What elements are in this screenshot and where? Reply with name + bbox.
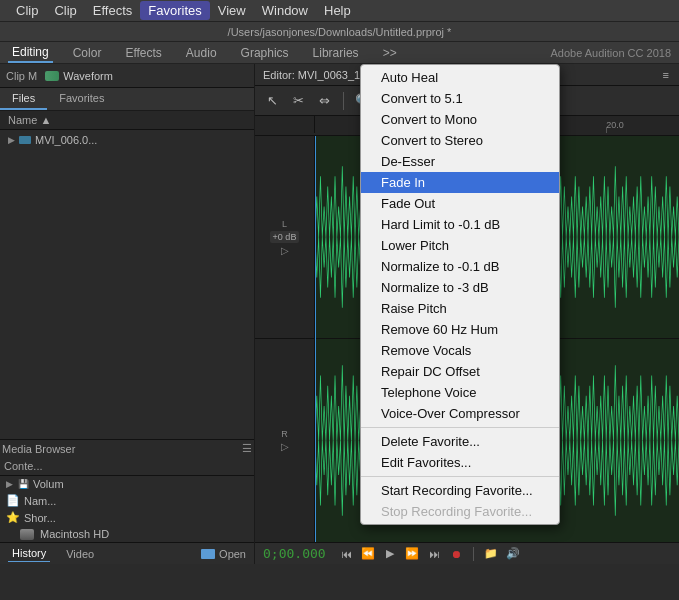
transport-bar: 0;00.000 ⏮ ⏪ ▶ ⏩ ⏭ ⏺ 📁 🔊 [255, 542, 679, 564]
tool-razor[interactable]: ✂ [287, 90, 309, 112]
menu-item-hard-limit[interactable]: Hard Limit to -0.1 dB [361, 214, 559, 235]
transport-export[interactable]: 📁 [482, 545, 500, 563]
menu-item-fade-in[interactable]: Fade In [361, 172, 559, 193]
menubar: Clip Clip Effects Favorites View Window … [0, 0, 679, 22]
hd-icon [20, 529, 34, 540]
track-label-2: R [281, 429, 288, 439]
right-panel: Editor: MVI_0063_1 Audio Extracted.wav ≡… [255, 64, 679, 564]
menu-item-convert-mono[interactable]: Convert to Mono [361, 109, 559, 130]
tick-20 [606, 127, 607, 133]
tab-video[interactable]: Video [62, 546, 98, 562]
panel-row-shortcuts[interactable]: ⭐ Shor... [0, 509, 254, 526]
volume-icon: 💾 [17, 479, 29, 489]
tab-libraries[interactable]: Libraries [309, 44, 363, 62]
panel-tabs: Files Favorites [0, 88, 254, 111]
playhead[interactable] [315, 136, 316, 542]
app-branding: Adobe Audition CC 2018 [551, 47, 671, 59]
menu-item-remove-60hz[interactable]: Remove 60 Hz Hum [361, 319, 559, 340]
file-name: MVI_006.0... [35, 134, 97, 146]
list-item[interactable]: ▶ MVI_006.0... [0, 132, 254, 148]
transport-play[interactable]: ▶ [381, 545, 399, 563]
transport-rewind[interactable]: ⏪ [359, 545, 377, 563]
transport-to-end[interactable]: ⏭ [425, 545, 443, 563]
tool-select[interactable]: ↖ [261, 90, 283, 112]
open-icon [201, 549, 215, 559]
menu-item-delete-fav[interactable]: Delete Favorite... [361, 431, 559, 452]
media-browser-menu-icon[interactable]: ☰ [242, 442, 252, 455]
track-controls-2: R ▷ [255, 339, 315, 542]
menu-item-repair-dc[interactable]: Repair DC Offset [361, 361, 559, 382]
transport-to-start[interactable]: ⏮ [337, 545, 355, 563]
tab-favorites-panel[interactable]: Favorites [47, 88, 116, 110]
name-column-header: Name ▲ [8, 114, 51, 126]
tool-slip[interactable]: ⇔ [313, 90, 335, 112]
track-controls-1: L +0 dB ▷ [255, 136, 315, 338]
left-panel: Clip M Waveform Files Favorites Name ▲ ▶… [0, 64, 255, 564]
waveform-icon [45, 71, 59, 81]
main-layout: Clip M Waveform Files Favorites Name ▲ ▶… [0, 64, 679, 564]
menu-item-convert-stereo[interactable]: Convert to Stereo [361, 130, 559, 151]
ruler-mark-20: 20.0 [606, 120, 624, 130]
panel-row-name[interactable]: 📄 Nam... [0, 492, 254, 509]
menu-separator-1 [361, 427, 559, 428]
menu-clip[interactable]: Clip [8, 1, 46, 20]
menu-effects[interactable]: Effects [85, 1, 141, 20]
menu-favorites[interactable]: Favorites [140, 1, 209, 20]
menu-item-de-esser[interactable]: De-Esser [361, 151, 559, 172]
transport-record[interactable]: ⏺ [447, 545, 465, 563]
tab-effects[interactable]: Effects [121, 44, 165, 62]
audio-file-icon [19, 136, 31, 144]
menu-item-raise-pitch[interactable]: Raise Pitch [361, 298, 559, 319]
media-browser-label: Media Browser [2, 443, 75, 455]
db-label-1[interactable]: +0 dB [270, 231, 300, 243]
shortcuts-row-label: Shor... [24, 512, 56, 524]
name-row-label: Nam... [24, 495, 56, 507]
menu-item-voiceover[interactable]: Voice-Over Compressor [361, 403, 559, 424]
workspace-tabs: Editing Color Effects Audio Graphics Lib… [0, 42, 679, 64]
contents-label: Conte... [4, 460, 43, 472]
waveform-label: Waveform [63, 70, 113, 82]
menu-window[interactable]: Window [254, 1, 316, 20]
menu-clip2[interactable]: Clip [46, 1, 84, 20]
history-bar: History Video Open [0, 542, 254, 564]
file-path: /Users/jasonjones/Downloads/Untitled.prp… [228, 26, 452, 38]
tab-editing[interactable]: Editing [8, 43, 53, 63]
transport-volume[interactable]: 🔊 [504, 545, 522, 563]
menu-item-lower-pitch[interactable]: Lower Pitch [361, 235, 559, 256]
tab-color[interactable]: Color [69, 44, 106, 62]
file-list: ▶ MVI_006.0... [0, 130, 254, 150]
open-label[interactable]: Open [219, 548, 246, 560]
track-label-1: L [282, 219, 287, 229]
menu-item-telephone[interactable]: Telephone Voice [361, 382, 559, 403]
row-arrow-icon: ▶ [6, 479, 13, 489]
menu-item-auto-heal[interactable]: Auto Heal [361, 67, 559, 88]
tab-more[interactable]: >> [379, 44, 401, 62]
menu-item-convert-51[interactable]: Convert to 5.1 [361, 88, 559, 109]
tab-audio[interactable]: Audio [182, 44, 221, 62]
menu-item-edit-fav[interactable]: Edit Favorites... [361, 452, 559, 473]
hd-label: Macintosh HD [40, 528, 109, 540]
menu-help[interactable]: Help [316, 1, 359, 20]
tab-graphics[interactable]: Graphics [237, 44, 293, 62]
menu-item-fade-out[interactable]: Fade Out [361, 193, 559, 214]
menu-item-normalize-3[interactable]: Normalize to -3 dB [361, 277, 559, 298]
media-browser-header: Media Browser ☰ [0, 440, 254, 457]
favorites-dropdown: Auto Heal Convert to 5.1 Convert to Mono… [360, 64, 560, 525]
menu-item-normalize-01[interactable]: Normalize to -0.1 dB [361, 256, 559, 277]
panel-row-volumes[interactable]: ▶ 💾 Volum [0, 476, 254, 492]
track-expand-icon-2[interactable]: ▷ [281, 441, 289, 452]
menu-item-remove-vocals[interactable]: Remove Vocals [361, 340, 559, 361]
menu-view[interactable]: View [210, 1, 254, 20]
menu-item-stop-recording: Stop Recording Favorite... [361, 501, 559, 522]
arrow-icon: ▶ [8, 135, 15, 145]
shortcuts-row-icon: ⭐ [6, 511, 20, 524]
clip-m-label: Clip M [6, 70, 37, 82]
timecode-display: 0;00.000 [263, 546, 333, 561]
track-expand-icon[interactable]: ▷ [281, 245, 289, 256]
menu-item-start-recording[interactable]: Start Recording Favorite... [361, 480, 559, 501]
tab-history[interactable]: History [8, 545, 50, 562]
transport-fast-forward[interactable]: ⏩ [403, 545, 421, 563]
tab-files[interactable]: Files [0, 88, 47, 110]
macintosh-hd-item[interactable]: Macintosh HD [0, 526, 254, 542]
tool-btn-1[interactable]: ≡ [661, 69, 671, 81]
